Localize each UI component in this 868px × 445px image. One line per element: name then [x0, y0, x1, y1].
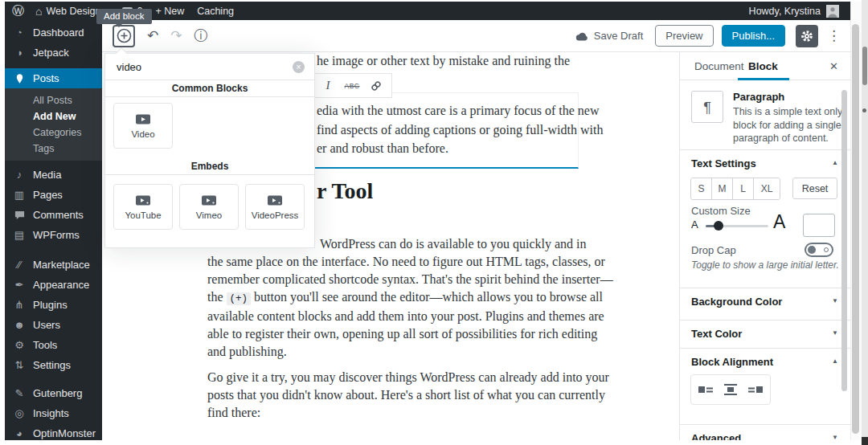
sidebar-item-tools[interactable]: ⚙ Tools [5, 335, 102, 355]
sidebar-item-add-new[interactable]: Add New [5, 108, 102, 125]
inserter-paragraph[interactable]: WordPress can do is available to you qui… [207, 235, 613, 361]
users-icon: ☻ [12, 320, 27, 330]
block-tile-videopress[interactable]: VideoPress [245, 184, 305, 230]
redo-icon[interactable]: ↷ [170, 29, 182, 43]
sidebar-item-gutenberg[interactable]: ✎ Gutenberg [5, 383, 102, 403]
section-title-embeds: Embeds [105, 158, 314, 175]
tooltip-label: Add block [104, 11, 145, 21]
drop-cap-toggle[interactable] [805, 243, 833, 257]
sidebar-scrollbar-thumb[interactable] [841, 90, 847, 391]
block-tile-youtube[interactable]: YouTube [113, 184, 173, 230]
wordpress-editor-window: Ⓦ ⌂ Web Designer 0 + New Caching Howdy, … [0, 0, 868, 445]
align-right-button[interactable] [744, 379, 767, 400]
add-block-button[interactable] [113, 25, 135, 47]
admin-bar-caching[interactable]: Caching [190, 2, 240, 20]
insights-icon: ◎ [12, 408, 27, 418]
font-size-xl-button[interactable]: XL [754, 178, 780, 199]
pages-icon: ▥ [12, 190, 27, 200]
text-line: able to register their own, opening up a… [207, 325, 613, 343]
sidebar-item-dashboard[interactable]: ◔ Dashboard [5, 22, 102, 43]
settings-sliders-icon: ⇅ [12, 360, 27, 370]
posts-submenu: All Posts Add New Categories Tags [5, 88, 102, 161]
settings-gear-button[interactable] [796, 25, 818, 47]
sidebar-item-tags[interactable]: Tags [5, 141, 102, 157]
panel-advanced[interactable]: Advanced ▼ [680, 424, 850, 440]
sidebar-item-users[interactable]: ☻ Users [5, 315, 102, 335]
panel-text-settings[interactable]: Text Settings ▲ [680, 149, 850, 177]
sidebar-item-plugins[interactable]: ⋔ Plugins [5, 295, 102, 315]
dashboard-icon: ◔ [12, 27, 27, 38]
block-search-input[interactable] [117, 61, 286, 73]
font-size-l-button[interactable]: L [733, 178, 754, 199]
sidebar-item-label: WPForms [33, 229, 80, 241]
sidebar-tabs: Document Block ✕ [680, 52, 850, 80]
panel-label: Text Color [691, 328, 742, 340]
page-scrollbar-thumb[interactable] [852, 24, 859, 434]
admin-bar-account[interactable]: Howdy, Krystina [749, 5, 850, 18]
edge-dot [862, 108, 866, 112]
wpforms-icon: ▤ [12, 230, 27, 240]
sidebar-item-media[interactable]: ♪ Media [5, 165, 102, 185]
panel-block-alignment[interactable]: Block Alignment ▲ [680, 348, 850, 375]
tab-document[interactable]: Document [694, 60, 744, 72]
gear-icon [800, 29, 814, 43]
tab-block[interactable]: Block [748, 60, 778, 72]
preview-button[interactable]: Preview [655, 25, 713, 47]
sidebar-item-label: Users [33, 319, 60, 331]
sidebar-item-label: Pages [33, 189, 63, 201]
sidebar-item-label: Jetpack [33, 47, 69, 59]
publish-button[interactable]: Publish... [722, 25, 785, 47]
undo-icon[interactable]: ↶ [147, 29, 158, 43]
sidebar-item-appearance[interactable]: ✒ Appearance [5, 275, 102, 295]
close-sidebar-icon[interactable]: ✕ [829, 60, 838, 72]
sidebar-item-comments[interactable]: Comments [5, 205, 102, 225]
sidebar-item-settings[interactable]: ⇅ Settings [5, 355, 102, 375]
sidebar-item-wpforms[interactable]: ▤ WPForms [5, 225, 102, 245]
sidebar-item-categories[interactable]: Categories [5, 125, 102, 141]
avatar [826, 5, 839, 18]
align-left-button[interactable] [694, 379, 717, 400]
panel-text-color[interactable]: Text Color ▼ [680, 320, 850, 347]
sidebar-item-insights[interactable]: ◎ Insights [5, 403, 102, 423]
text-line: remember complicated shortcode syntax. T… [207, 271, 613, 288]
sidebar-item-label: Settings [33, 359, 71, 371]
block-tile-video[interactable]: Video [113, 103, 173, 149]
admin-bar-new[interactable]: + New [149, 2, 190, 20]
occluded-paragraph-fragment[interactable]: he image or other text by mistake and ru… [317, 54, 570, 68]
closing-paragraph[interactable]: Go give it a try, you may discover thing… [207, 369, 609, 422]
strikethrough-button[interactable]: ABC [340, 82, 364, 90]
gutenberg-pencil-icon: ✎ [12, 388, 27, 398]
font-size-m-button[interactable]: M [712, 178, 733, 199]
slider-thumb[interactable] [714, 221, 723, 231]
align-center-button[interactable] [719, 379, 742, 400]
font-size-s-button[interactable]: S [691, 178, 712, 199]
wordpress-logo-icon[interactable]: Ⓦ [5, 3, 29, 18]
panel-background-color[interactable]: Background Color ▼ [680, 288, 850, 315]
sidebar-item-posts[interactable]: Posts [5, 68, 102, 88]
block-tile-vimeo[interactable]: Vimeo [179, 184, 239, 230]
add-block-tooltip: Add block [96, 9, 152, 24]
sidebar-item-label: Gutenberg [33, 387, 82, 399]
text-span: the [207, 290, 227, 304]
save-draft-button[interactable]: Save Draft [575, 30, 643, 42]
sidebar-item-jetpack[interactable]: ◑ Jetpack [5, 43, 102, 63]
sidebar-item-pages[interactable]: ▥ Pages [5, 185, 102, 205]
clear-search-icon[interactable]: × [293, 61, 305, 73]
italic-button[interactable]: I [316, 79, 340, 92]
sidebar-item-all-posts[interactable]: All Posts [5, 92, 102, 108]
videopress-embed-icon [267, 194, 283, 206]
custom-size-input[interactable] [803, 214, 835, 237]
reset-button[interactable]: Reset [792, 178, 837, 199]
outer-scrollbar-thumb[interactable] [862, 47, 867, 85]
sidebar-item-optinmonster[interactable]: ◕ OptinMonster [5, 423, 102, 440]
panel-label: Background Color [691, 296, 782, 308]
howdy-text: Howdy, Krystina [749, 6, 821, 17]
heading-fragment[interactable]: r Tool [317, 178, 373, 204]
youtube-embed-icon [135, 194, 151, 206]
tools-wrench-icon: ⚙ [12, 340, 27, 350]
sidebar-item-marketplace[interactable]: ∕∕ Marketplace [5, 255, 102, 275]
info-icon[interactable]: ⓘ [194, 29, 208, 43]
link-button[interactable] [364, 80, 388, 92]
more-options-kebab-icon[interactable]: ⋮ [827, 27, 841, 44]
block-search-row: × [105, 54, 314, 80]
